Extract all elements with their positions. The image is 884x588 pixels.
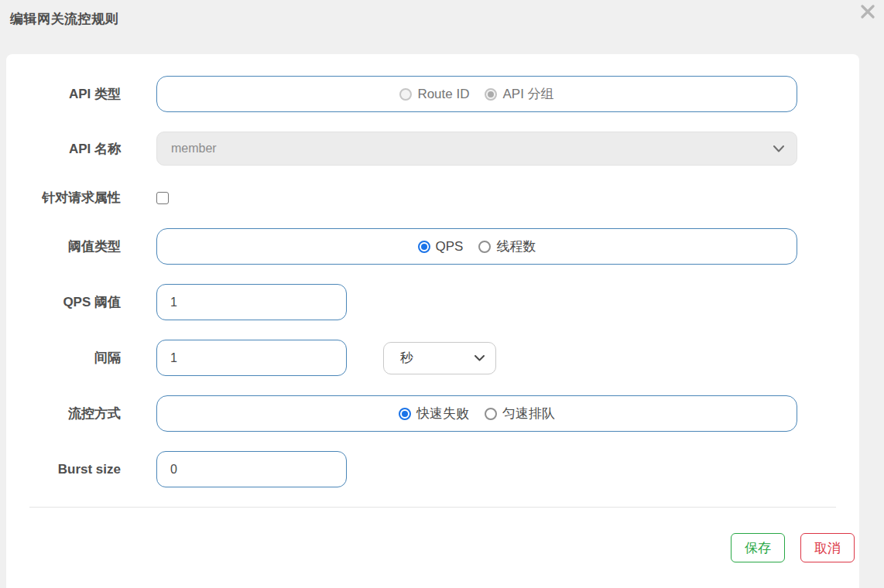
flow-control-mode-label: 流控方式 [6, 405, 121, 422]
save-button[interactable]: 保存 [731, 533, 785, 562]
close-button[interactable] [858, 2, 877, 21]
burst-size-label: Burst size [6, 462, 121, 477]
radio-option-route-id[interactable]: Route ID [399, 87, 469, 102]
qps-threshold-label: QPS 阈值 [6, 293, 121, 311]
flow-control-mode-radio-group: 快速失败 匀速排队 [156, 395, 797, 432]
radio-label-route-id: Route ID [417, 87, 469, 102]
radio-option-api-group[interactable]: API 分组 [485, 85, 553, 103]
row-flow-control-mode: 流控方式 快速失败 匀速排队 [6, 395, 859, 432]
request-attr-checkbox[interactable] [156, 192, 169, 204]
api-type-radio-group: Route ID API 分组 [156, 76, 797, 112]
radio-label-api-group: API 分组 [502, 85, 553, 103]
interval-label: 间隔 [6, 349, 121, 367]
radio-icon-api-group [485, 88, 497, 101]
burst-size-input[interactable] [156, 451, 347, 487]
row-burst-size: Burst size [6, 451, 859, 487]
radio-icon-thread-count [478, 241, 491, 253]
threshold-type-radio-group: QPS 线程数 [156, 228, 797, 265]
radio-label-thread-count: 线程数 [496, 238, 536, 255]
dialog-footer: 保存 取消 [6, 508, 859, 562]
flow-control-form: API 类型 Route ID API 分组 API 名称 member [6, 54, 859, 487]
row-request-attr: 针对请求属性 [6, 189, 859, 207]
cancel-button[interactable]: 取消 [800, 533, 855, 562]
qps-threshold-input[interactable] [156, 284, 347, 320]
radio-option-fast-fail[interactable]: 快速失败 [399, 405, 469, 422]
row-qps-threshold: QPS 阈值 [6, 284, 859, 320]
row-threshold-type: 阈值类型 QPS 线程数 [6, 228, 859, 265]
api-name-label: API 名称 [6, 140, 121, 158]
page-title: 编辑网关流控规则 [10, 10, 118, 28]
row-interval: 间隔 秒 [6, 340, 859, 376]
radio-icon-uniform-queue [485, 408, 497, 420]
radio-option-uniform-queue[interactable]: 匀速排队 [485, 405, 555, 422]
api-type-label: API 类型 [6, 85, 121, 103]
radio-option-thread-count[interactable]: 线程数 [478, 238, 536, 255]
radio-label-fast-fail: 快速失败 [416, 405, 469, 422]
radio-option-qps[interactable]: QPS [418, 239, 464, 255]
chevron-down-icon [773, 145, 784, 152]
row-api-name: API 名称 member [6, 132, 859, 166]
dialog-card: API 类型 Route ID API 分组 API 名称 member [6, 54, 859, 588]
threshold-type-label: 阈值类型 [6, 238, 121, 255]
radio-icon-fast-fail [399, 408, 411, 420]
chevron-down-icon [475, 355, 485, 361]
interval-unit-select[interactable]: 秒 [383, 342, 496, 374]
radio-icon-qps [418, 241, 430, 253]
api-name-select[interactable]: member [156, 132, 797, 166]
radio-label-qps: QPS [436, 239, 464, 255]
interval-unit-selected-value: 秒 [400, 349, 413, 367]
close-icon [861, 5, 875, 19]
radio-label-uniform-queue: 匀速排队 [502, 405, 555, 422]
request-attr-label: 针对请求属性 [6, 189, 121, 207]
radio-icon-route-id [399, 88, 412, 101]
row-api-type: API 类型 Route ID API 分组 [6, 76, 859, 112]
interval-input[interactable] [156, 340, 347, 376]
api-name-selected-value: member [171, 142, 217, 156]
